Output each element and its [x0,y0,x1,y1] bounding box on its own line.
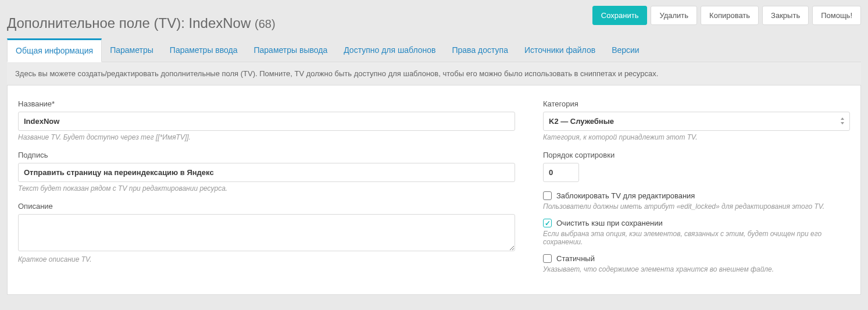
lock-help: Пользователи должны иметь атрибут «edit_… [543,202,850,211]
name-help: Название TV. Будет доступно через тег [[… [18,133,515,141]
page-title: Дополнительное поле (TV): IndexNow (68) [7,6,276,31]
caption-help: Текст будет показан рядом с TV при редак… [18,184,515,193]
sort-label: Порядок сортировки [543,151,850,159]
lock-label[interactable]: Заблокировать TV для редактирования [556,191,695,200]
toolbar: Сохранить Удалить Копировать Закрыть Пом… [592,6,861,25]
static-label[interactable]: Статичный [556,254,595,263]
tab-input-params[interactable]: Параметры ввода [162,38,246,62]
caption-input[interactable] [18,163,515,182]
category-label: Категория [543,99,850,108]
form-panel: Название* Название TV. Будет доступно че… [7,85,861,295]
category-value: K2 — Служебные [549,117,614,126]
title-name: IndexNow [189,15,251,31]
close-button[interactable]: Закрыть [762,6,809,25]
desc-help: Краткое описание TV. [18,255,515,263]
save-button[interactable]: Сохранить [592,6,648,25]
clear-cache-checkbox[interactable] [543,219,552,227]
tab-versions[interactable]: Версии [603,38,648,62]
name-label: Название* [18,99,515,108]
tab-templates[interactable]: Доступно для шаблонов [335,38,444,62]
tab-general[interactable]: Общая информация [7,38,102,62]
desc-textarea[interactable] [18,214,515,251]
title-id: (68) [255,17,276,30]
clear-cache-help: Если выбрана эта опция, кэш элементов, с… [543,230,850,246]
desc-label: Описание [18,202,515,211]
chevron-updown-icon [840,117,845,126]
delete-button[interactable]: Удалить [651,6,697,25]
clear-cache-label[interactable]: Очистить кэш при сохранении [556,219,663,227]
copy-button[interactable]: Копировать [701,6,759,25]
caption-label: Подпись [18,151,515,159]
description-bar: Здесь вы можете создать/редактировать до… [7,62,861,85]
lock-checkbox[interactable] [543,191,552,200]
title-prefix: Дополнительное поле (TV): [7,15,189,31]
category-help: Категория, к которой принадлежит этот TV… [543,133,850,141]
tab-access[interactable]: Права доступа [444,38,516,62]
help-button[interactable]: Помощь! [812,6,861,25]
name-input[interactable] [18,112,515,131]
sort-input[interactable] [543,163,579,182]
static-checkbox[interactable] [543,254,552,263]
category-select[interactable]: K2 — Служебные [543,112,850,131]
tab-sources[interactable]: Источники файлов [516,38,603,62]
tabs: Общая информация Параметры Параметры вво… [0,31,868,62]
tab-params[interactable]: Параметры [102,38,162,62]
static-help: Указывает, что содержимое элемента храни… [543,265,850,273]
tab-output-params[interactable]: Параметры вывода [245,38,335,62]
